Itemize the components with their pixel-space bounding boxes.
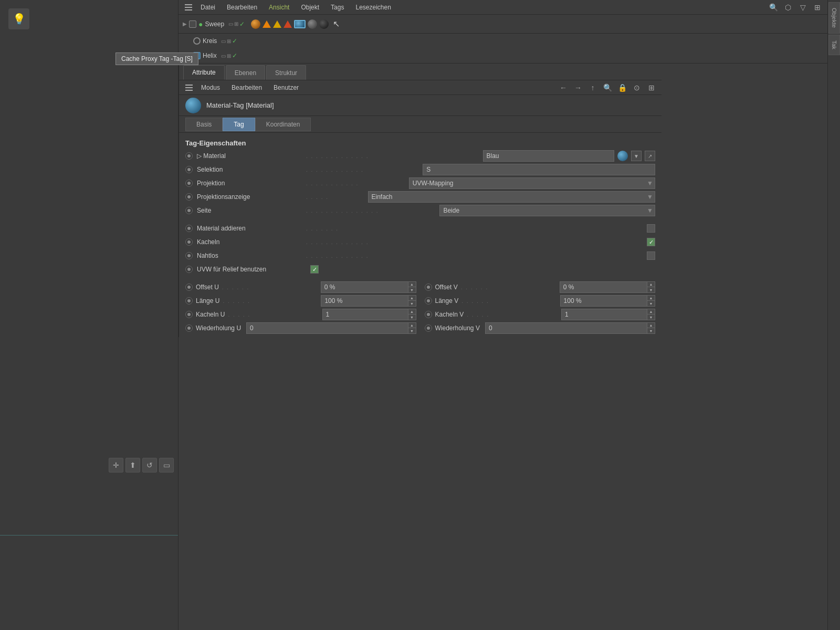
menu-bearbeiten[interactable]: Bearbeiten [222,2,262,13]
wiederholung-u-spin-down[interactable]: ▼ [408,328,416,334]
move-tool-btn[interactable]: ✛ [109,458,123,472]
attr-hamburger-btn[interactable] [183,82,195,93]
sidebar-tab-objekte[interactable]: Objekte [828,2,840,34]
radio-laenge-v[interactable] [425,297,432,304]
helix-lock-btn[interactable]: ⊞ [227,53,231,59]
sub-tab-basis[interactable]: Basis [185,118,223,131]
tab-attribute[interactable]: Attribute [183,65,225,80]
laenge-u-spin-down[interactable]: ▼ [408,301,416,307]
radio-kacheln-v[interactable] [425,311,432,318]
select-tool-btn[interactable]: ▭ [159,458,174,472]
menu-datei[interactable]: Datei [195,2,220,13]
checkbox-nahtlos[interactable] [647,251,655,260]
tab-ebenen[interactable]: Ebenen [226,65,265,80]
sweep-item[interactable]: ▶ ● Sweep [183,20,224,28]
attr-back-btn[interactable]: ← [558,82,569,93]
laenge-v-spin-down[interactable]: ▼ [647,301,655,307]
offset-u-input[interactable] [321,281,408,293]
menu-tags[interactable]: Tags [326,2,349,13]
material-input[interactable] [483,150,615,162]
kacheln-v-input[interactable] [561,309,647,320]
wiederholung-v-spin-down[interactable]: ▼ [647,328,655,334]
kreis-row[interactable]: Kreis ▭ ⊞ ✓ [178,34,827,48]
attr-menu-benutzer[interactable]: Benutzer [268,82,304,93]
sub-tab-tag[interactable]: Tag [223,118,255,131]
laenge-v-input[interactable] [560,295,647,307]
radio-wiederholung-v[interactable] [425,324,432,332]
projektion-select[interactable]: UVW-Mapping Flach Kubisch Zylindrisch Sp… [409,177,655,189]
radio-selektion[interactable] [185,166,193,173]
attr-target-btn[interactable]: ⊙ [631,82,643,93]
offset-u-spin-down[interactable]: ▼ [408,287,416,293]
radio-projektionsanzeige[interactable] [185,193,193,201]
checkbox-kacheln[interactable] [647,238,655,246]
filter-icon[interactable]: ▽ [797,2,808,13]
radio-seite[interactable] [185,207,193,214]
radio-material-addieren[interactable] [185,225,193,232]
tag-yellow-pyramid[interactable] [273,20,281,28]
kacheln-v-spin-up[interactable]: ▲ [647,309,655,314]
laenge-u-input[interactable] [321,295,407,307]
material-dropdown-btn[interactable]: ▼ [631,151,642,161]
tag-orange-pyramid[interactable] [262,20,271,28]
offset-u-spin-up[interactable]: ▲ [408,281,416,287]
helix-vis-btn[interactable]: ▭ [221,53,226,59]
wiederholung-u-input[interactable] [246,322,407,334]
kacheln-u-spin-down[interactable]: ▼ [408,314,416,320]
bookmark-icon[interactable]: ⬡ [782,2,794,13]
radio-laenge-u[interactable] [185,297,193,304]
hamburger-menu-btn[interactable] [183,2,194,13]
offset-v-spin-up[interactable]: ▲ [647,281,655,287]
kreis-lock-btn[interactable]: ⊞ [227,38,231,44]
radio-wiederholung-u[interactable] [185,324,193,332]
radio-material[interactable] [185,152,193,160]
tag-orange-sphere[interactable] [251,19,260,29]
sweep-vis-icon[interactable]: ▭ [228,21,233,27]
laenge-v-spin-up[interactable]: ▲ [647,295,655,301]
radio-kacheln-u[interactable] [185,311,193,318]
tag-red-pyramid[interactable] [284,20,292,28]
sub-tab-koordinaten[interactable]: Koordinaten [255,118,311,131]
sidebar-tab-tak[interactable]: Tak [828,35,840,55]
search-icon[interactable]: 🔍 [768,2,779,13]
tag-blue-rect[interactable] [294,20,306,28]
attr-search-btn[interactable]: 🔍 [602,82,613,93]
kacheln-u-input[interactable] [322,309,408,320]
seite-select[interactable]: Beide Vorne Hinten [439,205,655,216]
attr-menu-bearbeiten[interactable]: Bearbeiten [226,82,267,93]
radio-offset-v[interactable] [425,284,432,291]
kacheln-u-spin-up[interactable]: ▲ [408,309,416,314]
projektionsanzeige-select[interactable]: Einfach Normal [368,191,656,203]
tag-dark-sphere[interactable] [308,19,317,29]
radio-offset-u[interactable] [185,284,193,291]
tab-struktur[interactable]: Struktur [266,65,306,80]
kacheln-v-spin-down[interactable]: ▼ [647,314,655,320]
attr-menu-modus[interactable]: Modus [196,82,225,93]
radio-kacheln[interactable] [185,238,193,246]
radio-uvw-relief[interactable] [185,266,193,273]
attr-forward-btn[interactable]: → [572,82,584,93]
wiederholung-u-spin-up[interactable]: ▲ [408,322,416,328]
attr-up-btn[interactable]: ↑ [587,82,598,93]
wiederholung-v-spin-up[interactable]: ▲ [647,322,655,328]
radio-projektion[interactable] [185,180,193,187]
tag-black-sphere[interactable] [319,19,329,29]
laenge-u-spin-up[interactable]: ▲ [408,295,416,301]
checkbox-material-addieren[interactable] [647,224,655,233]
attr-lock-btn[interactable]: 🔒 [616,82,628,93]
checkbox-uvw-relief[interactable] [310,265,319,274]
kreis-vis-btn[interactable]: ▭ [221,38,226,44]
material-action-btn[interactable]: ↗ [645,151,655,161]
add-icon[interactable]: ⊞ [812,2,823,13]
rotate-tool-btn[interactable]: ↺ [142,458,157,472]
menu-ansicht[interactable]: Ansicht [264,2,295,13]
menu-objekt[interactable]: Objekt [296,2,324,13]
sweep-lock-icon[interactable]: ⊞ [234,21,238,27]
offset-v-input[interactable] [560,281,647,293]
menu-lesezeichen[interactable]: Lesezeichen [350,2,396,13]
scale-tool-btn[interactable]: ⬆ [125,458,140,472]
radio-nahtlos[interactable] [185,252,193,259]
wiederholung-v-input[interactable] [485,322,647,334]
attr-add-btn[interactable]: ⊞ [646,82,657,93]
selektion-input[interactable] [423,164,655,175]
